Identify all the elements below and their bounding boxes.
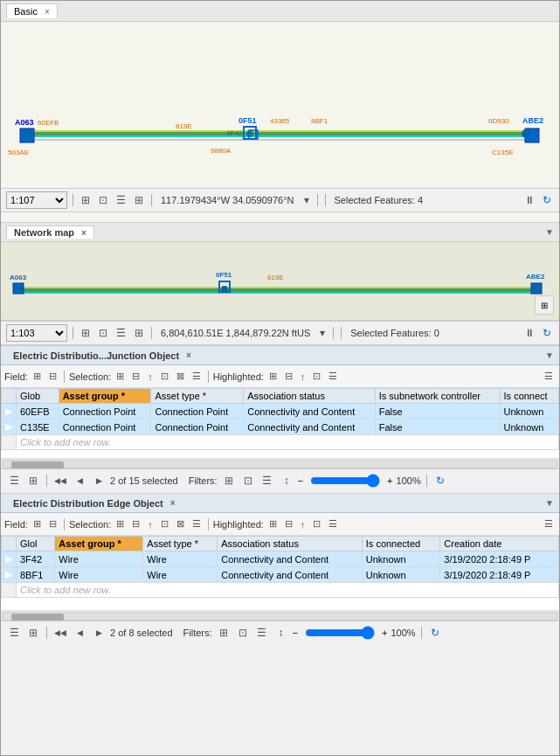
map-options-btn[interactable]: ⊞ bbox=[132, 193, 146, 207]
edge-toggle-edit-btn[interactable]: ☰ bbox=[6, 625, 22, 641]
hi-btn2[interactable]: ⊟ bbox=[282, 369, 295, 384]
sel-btn1[interactable]: ⊞ bbox=[114, 369, 127, 384]
edge-sel-btn5[interactable]: ⊠ bbox=[174, 517, 187, 531]
edge-hi-btn5[interactable]: ☰ bbox=[326, 517, 340, 531]
edge-toggle-view-btn[interactable]: ⊞ bbox=[25, 625, 41, 641]
col-assoc-status[interactable]: Association status bbox=[244, 389, 375, 404]
table-row[interactable]: ▶ C135E Connection Point Connection Poin… bbox=[2, 420, 559, 435]
col-subnetwork[interactable]: Is subnetwork controller bbox=[375, 389, 500, 404]
add-row-label[interactable]: Click to add new row. bbox=[17, 583, 559, 598]
edge-refresh-btn[interactable]: ↻ bbox=[427, 625, 443, 641]
col-asset-group[interactable]: Asset group * bbox=[59, 389, 151, 404]
toggle-view-btn[interactable]: ⊞ bbox=[25, 473, 41, 489]
junction-menu-btn[interactable]: ☰ bbox=[542, 369, 556, 384]
edge-col-glob[interactable]: Glol bbox=[17, 537, 55, 551]
edge-sel-btn3[interactable]: ↑ bbox=[145, 517, 156, 531]
hi-btn3[interactable]: ↑ bbox=[298, 370, 308, 384]
pause-btn[interactable]: ⏸ bbox=[522, 193, 537, 207]
edge-h-scroll[interactable] bbox=[1, 610, 559, 621]
tab-close-btn[interactable]: × bbox=[45, 7, 50, 17]
junction-h-scroll[interactable] bbox=[1, 458, 559, 468]
table-refresh-btn[interactable]: ↻ bbox=[432, 473, 448, 489]
junction-close[interactable]: × bbox=[186, 350, 191, 360]
add-new-row[interactable]: Click to add new row. bbox=[2, 583, 559, 598]
col-is-connect[interactable]: Is connect bbox=[500, 389, 558, 404]
main-tab[interactable]: Basic × bbox=[6, 3, 58, 18]
net-coord-dropdown[interactable]: ▾ bbox=[317, 326, 328, 340]
edge-col-creation-date[interactable]: Creation date bbox=[440, 537, 559, 551]
edge-nav-next-btn[interactable]: ▶ bbox=[91, 625, 107, 641]
edge-hi-btn3[interactable]: ↑ bbox=[298, 517, 308, 531]
net-refresh-btn[interactable]: ↻ bbox=[540, 326, 554, 340]
hi-btn5[interactable]: ☰ bbox=[326, 369, 340, 384]
edge-nav-prev-btn[interactable]: ◀ bbox=[72, 625, 87, 641]
minimap-btn[interactable]: ⊞ bbox=[535, 295, 554, 315]
zoom-to-extent-btn[interactable]: ⊞ bbox=[79, 193, 93, 207]
network-map-collapse[interactable]: ▼ bbox=[545, 227, 554, 237]
col-glob[interactable]: Glob bbox=[17, 389, 59, 404]
edge-col-asset-type[interactable]: Asset type * bbox=[143, 537, 218, 551]
zoom-slider[interactable] bbox=[310, 474, 380, 488]
junction-collapse[interactable]: ▼ bbox=[545, 350, 554, 360]
edge-col-assoc-status[interactable]: Association status bbox=[218, 537, 363, 551]
net-select-btn[interactable]: ⊡ bbox=[96, 326, 110, 340]
table-row[interactable]: ▶ 60EFB Connection Point Connection Poin… bbox=[2, 404, 559, 420]
edge-col-is-connected[interactable]: Is connected bbox=[362, 537, 440, 551]
edge-nav-first-btn[interactable]: ◀◀ bbox=[52, 625, 68, 641]
edge-sel-btn4[interactable]: ⊡ bbox=[158, 517, 171, 531]
edge-close[interactable]: × bbox=[170, 498, 176, 508]
sel-btn2[interactable]: ⊟ bbox=[129, 369, 142, 384]
filter-btn3[interactable]: ☰ bbox=[259, 473, 275, 489]
edge-tab[interactable]: Electric Distribution Edge Object × bbox=[6, 497, 183, 510]
select-features-btn[interactable]: ⊡ bbox=[96, 193, 110, 207]
nav-prev-btn[interactable]: ◀ bbox=[72, 473, 87, 489]
edge-field-btn2[interactable]: ⊟ bbox=[46, 517, 59, 531]
net-pause-btn[interactable]: ⏸ bbox=[522, 326, 537, 340]
edge-zoom-slider[interactable] bbox=[305, 626, 375, 640]
table-row[interactable]: ▶ 8BF1 Wire Wire Connectivity and Conten… bbox=[2, 567, 559, 583]
filter-btn1[interactable]: ⊞ bbox=[221, 473, 237, 489]
edge-filter-btn2[interactable]: ⊡ bbox=[235, 625, 251, 641]
add-row-label[interactable]: Click to add new row. bbox=[17, 435, 559, 450]
refresh-btn[interactable]: ↻ bbox=[540, 193, 554, 207]
edge-menu-btn[interactable]: ☰ bbox=[542, 517, 556, 531]
edge-col-asset-group[interactable]: Asset group * bbox=[55, 537, 143, 551]
map-canvas[interactable]: A063 60EFB 503AE 819E 3F42 0F51 43365 98… bbox=[1, 22, 559, 188]
junction-table-scroll[interactable]: Glob Asset group * Asset type * Associat… bbox=[1, 388, 559, 458]
edge-filter-btn1[interactable]: ⊞ bbox=[216, 625, 232, 641]
edge-table-scroll[interactable]: Glol Asset group * Asset type * Associat… bbox=[1, 536, 559, 610]
edge-zoom-in-icon[interactable]: + bbox=[382, 628, 387, 638]
edge-zoom-out-icon[interactable]: − bbox=[293, 628, 298, 638]
edge-collapse[interactable]: ▼ bbox=[545, 498, 554, 508]
edge-hi-btn4[interactable]: ⊡ bbox=[310, 517, 323, 531]
toggle-edit-btn[interactable]: ☰ bbox=[6, 473, 22, 489]
edge-hi-btn1[interactable]: ⊞ bbox=[266, 517, 280, 531]
network-scale-select[interactable]: 1:103 bbox=[6, 324, 67, 342]
edge-sel-btn2[interactable]: ⊟ bbox=[129, 517, 142, 531]
edge-hi-btn2[interactable]: ⊟ bbox=[282, 517, 295, 531]
network-map-tab[interactable]: Network map × bbox=[6, 225, 94, 239]
field-btn2[interactable]: ⊟ bbox=[46, 369, 59, 384]
edge-sel-btn6[interactable]: ☰ bbox=[190, 517, 204, 531]
sel-btn5[interactable]: ⊠ bbox=[174, 369, 187, 384]
layer-list-btn[interactable]: ☰ bbox=[114, 193, 128, 207]
col-asset-type[interactable]: Asset type * bbox=[151, 389, 244, 404]
network-map-close[interactable]: × bbox=[81, 228, 86, 238]
edge-filter-sort-btn[interactable]: ↕ bbox=[273, 625, 289, 641]
net-zoom-extent-btn[interactable]: ⊞ bbox=[79, 326, 93, 340]
hi-btn4[interactable]: ⊡ bbox=[310, 369, 323, 384]
zoom-in-icon[interactable]: + bbox=[387, 475, 392, 486]
table-row[interactable]: ▶ 3F42 Wire Wire Connectivity and Conten… bbox=[2, 551, 559, 567]
nav-first-btn[interactable]: ◀◀ bbox=[52, 473, 68, 489]
edge-sel-btn1[interactable]: ⊞ bbox=[114, 517, 127, 531]
junction-tab[interactable]: Electric Distributio...Junction Object × bbox=[6, 350, 198, 362]
net-options-btn[interactable]: ⊞ bbox=[132, 326, 146, 340]
field-btn1[interactable]: ⊞ bbox=[31, 369, 44, 384]
filter-sort-btn[interactable]: ↕ bbox=[279, 473, 294, 489]
net-layers-btn[interactable]: ☰ bbox=[114, 326, 128, 340]
coord-dropdown-btn[interactable]: ▾ bbox=[301, 193, 312, 207]
sel-btn4[interactable]: ⊡ bbox=[158, 369, 171, 384]
filter-btn2[interactable]: ⊡ bbox=[240, 473, 256, 489]
nav-next-btn[interactable]: ▶ bbox=[91, 473, 107, 489]
network-map-canvas[interactable]: A063 0F51 819E ABE2 ⊞ bbox=[1, 242, 559, 321]
